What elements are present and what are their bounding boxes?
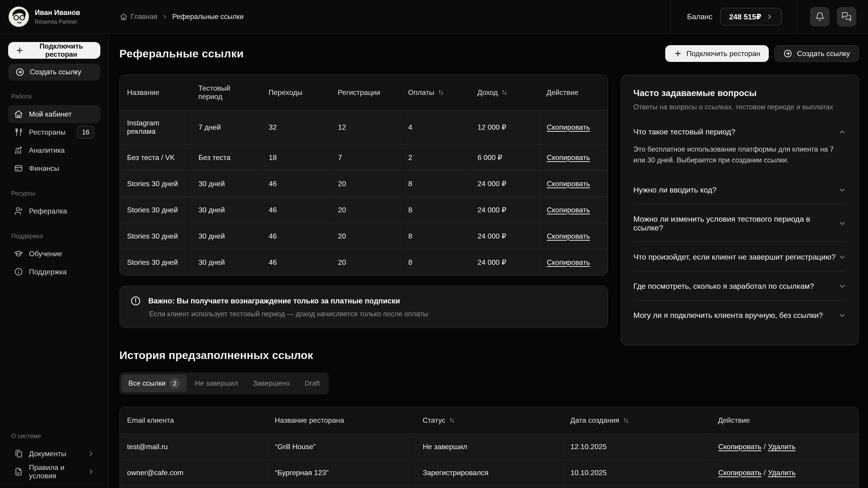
chevron-down-icon — [838, 186, 846, 194]
main-content: Реферальные ссылки Подключить ресторан С… — [109, 34, 868, 488]
sidebar-item-label: Рефералка — [29, 207, 67, 215]
tab-draft[interactable]: Draft — [298, 376, 327, 391]
table-row: test@mail.ru “Grill House” Не завершил 1… — [120, 434, 859, 460]
faq-item: Что такое тестовый период? Это бесплатно… — [633, 117, 846, 175]
table-row: Stories 30 дней 30 дней 46 20 8 24 000 ₽… — [120, 170, 608, 197]
copy-link[interactable]: Скопировать — [718, 443, 761, 451]
chevron-down-icon — [838, 311, 846, 320]
sidebar-item-label: Финансы — [29, 164, 59, 173]
chevron-up-icon — [838, 128, 846, 136]
history-section-title: История предзаполненных ссылок — [119, 349, 608, 361]
sidebar-item-label: Рестораны — [29, 128, 66, 136]
table-row: owner@cafe.com “Бургерная 123” Зарегистр… — [120, 460, 859, 486]
sidebar: Подключить ресторан Создать ссылку Работ… — [0, 34, 109, 488]
analytics-icon — [14, 146, 23, 155]
copy-link[interactable]: Скопировать — [718, 468, 761, 477]
copy-link[interactable]: Скопировать — [547, 258, 590, 266]
tab-label: Draft — [305, 379, 320, 387]
notice-title: Важно: Вы получаете вознаграждение тольк… — [148, 297, 400, 305]
faq-question[interactable]: Можно ли изменить условия тестового пери… — [633, 215, 846, 232]
messages-button[interactable] — [837, 7, 856, 26]
tab-count-badge: 2 — [169, 378, 180, 389]
faq-panel: Часто задаваемые вопросы Ответы на вопро… — [621, 74, 859, 346]
user-plus-icon — [14, 206, 23, 216]
copy-link[interactable]: Скопировать — [547, 232, 590, 240]
plus-icon — [674, 50, 682, 58]
faq-answer: Это бесплатное использование платформы д… — [633, 144, 841, 166]
sidebar-create-link-label: Создать ссылку — [30, 68, 81, 76]
documents-icon — [14, 449, 23, 458]
tab-not-finished[interactable]: Не завершил — [188, 376, 245, 391]
faq-question-text: Что произойдет, если клиент не завершит … — [633, 253, 836, 261]
sidebar-item-label: Поддержка — [29, 268, 67, 276]
delete-link[interactable]: Удалить — [768, 443, 796, 451]
table-row: Без теста / VK Без теста 18 7 2 6 000 ₽ … — [120, 144, 608, 170]
chevron-right-icon — [87, 468, 94, 475]
faq-question[interactable]: Могу ли я подключить клиента вручную, бе… — [633, 311, 846, 320]
chevron-right-icon — [766, 13, 773, 20]
sidebar-item-referral[interactable]: Рефералка — [8, 202, 100, 220]
sidebar-item-label: Правила и условия — [29, 463, 81, 480]
tab-label: Завершено — [253, 379, 290, 387]
sidebar-item-label: Документы — [29, 450, 66, 458]
col-status-sort[interactable]: Статус — [415, 407, 563, 434]
copy-link[interactable]: Скопировать — [547, 153, 590, 162]
copy-link[interactable]: Скопировать — [547, 123, 590, 131]
faq-question[interactable]: Нужно ли вводить код? — [633, 186, 846, 194]
create-link-button[interactable]: Создать ссылку — [774, 45, 859, 62]
tab-completed[interactable]: Завершено — [246, 376, 297, 391]
history-filter-tabs: Все ссылки 2 Не завершил Завершено Draft — [119, 372, 329, 394]
sidebar-item-analytics[interactable]: Аналитика — [8, 141, 100, 159]
avatar — [8, 6, 29, 27]
table-row: Stories 30 дней 30 дней 46 20 8 24 000 ₽… — [120, 249, 608, 275]
col-test-period: Тестовый период — [191, 75, 261, 110]
breadcrumb: Главная Реферальные ссылки — [120, 13, 244, 21]
referral-links-table: Название Тестовый период Переходы Регист… — [120, 75, 608, 275]
alert-circle-icon — [130, 295, 141, 306]
info-circle-icon — [14, 267, 23, 276]
sidebar-item-terms[interactable]: Правила и условия — [8, 463, 100, 481]
sidebar-connect-restaurant-button[interactable]: Подключить ресторан — [8, 42, 100, 59]
sidebar-item-my-cabinet[interactable]: Мой кабинет — [8, 105, 100, 123]
balance-button[interactable]: 248 515₽ — [720, 8, 782, 26]
faq-question[interactable]: Что такое тестовый период? — [633, 127, 846, 136]
user-profile[interactable]: Иван Иванов Reservia Partner — [0, 6, 109, 27]
page-title: Реферальные ссылки — [119, 47, 244, 60]
sidebar-create-link-button[interactable]: Создать ссылку — [8, 64, 100, 80]
col-payments-sort[interactable]: Оплаты — [401, 75, 470, 110]
col-date-sort[interactable]: Дата создания — [563, 407, 711, 434]
faq-subtitle: Ответы на вопросы о ссылках, тестовом пе… — [633, 103, 846, 111]
col-income-sort[interactable]: Доход — [470, 75, 539, 110]
col-action: Действие — [539, 75, 608, 110]
table-row: Stories 30 дней 30 дней 46 20 8 24 000 ₽… — [120, 197, 608, 223]
copy-link[interactable]: Скопировать — [547, 206, 590, 214]
sidebar-section-work: Работа — [8, 93, 100, 100]
sidebar-section-about: О системе — [8, 433, 100, 440]
sidebar-item-label: Обучение — [29, 250, 62, 258]
delete-link[interactable]: Удалить — [768, 468, 796, 477]
graduation-cap-icon — [14, 249, 23, 258]
sidebar-item-education[interactable]: Обучение — [8, 245, 100, 263]
tab-all-links[interactable]: Все ссылки 2 — [122, 375, 187, 392]
copy-link[interactable]: Скопировать — [547, 180, 590, 188]
restaurants-count-badge: 16 — [77, 126, 94, 139]
sidebar-item-support[interactable]: Поддержка — [8, 263, 100, 281]
connect-restaurant-button[interactable]: Подключить ресторан — [665, 45, 769, 62]
notifications-button[interactable] — [810, 7, 830, 26]
faq-question[interactable]: Где посмотреть, сколько я заработал по с… — [633, 282, 846, 291]
breadcrumb-current: Реферальные ссылки — [172, 13, 244, 21]
sidebar-item-documents[interactable]: Документы — [8, 445, 100, 463]
action-separator: / — [764, 443, 766, 451]
breadcrumb-home[interactable]: Главная — [120, 13, 157, 21]
sidebar-item-restaurants[interactable]: Рестораны 16 — [8, 123, 100, 141]
table-row: emailexample@gmail.com Название ресторан… — [120, 486, 859, 488]
create-link-label: Создать ссылку — [797, 50, 850, 58]
important-notice: Важно: Вы получаете вознаграждение тольк… — [119, 286, 608, 328]
topbar-right: Баланс 248 515₽ — [670, 0, 868, 33]
sidebar-section-resources: Ресурсы — [8, 190, 100, 197]
table-row: Stories 30 дней 30 дней 46 20 8 24 000 ₽… — [120, 223, 608, 249]
faq-question[interactable]: Что произойдет, если клиент не завершит … — [633, 253, 846, 261]
col-registrations: Регистрации — [331, 75, 401, 110]
sidebar-item-finance[interactable]: Финансы — [8, 159, 100, 177]
home-icon — [14, 109, 23, 119]
